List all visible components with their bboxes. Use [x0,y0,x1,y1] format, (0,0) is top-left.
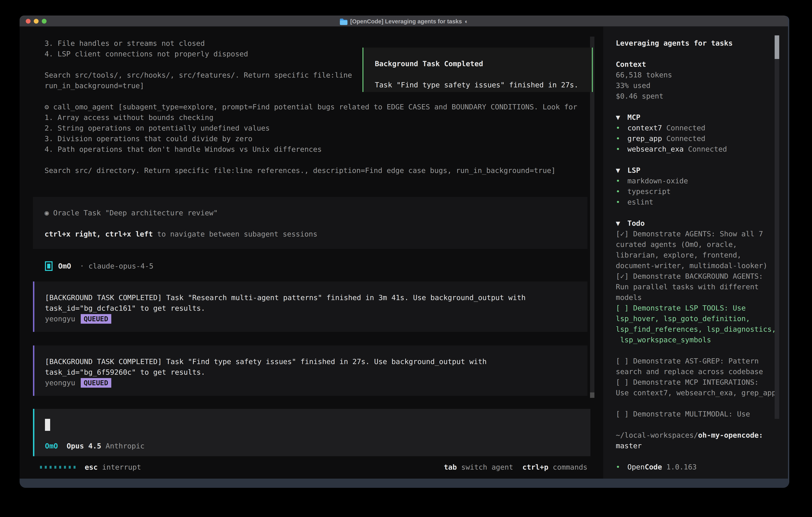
sidebar-row [616,419,788,430]
spinner-dot [74,466,76,469]
tab-key-hint: tab [444,462,457,472]
oracle-panel: ◉ Oracle Task "Deep architecture review"… [33,197,587,249]
mcp-server-name: context7 [628,124,662,132]
oracle-title: ◉ Oracle Task "Deep architecture review" [45,208,587,218]
text-line: Search src/ directory. Return specific f… [45,165,577,176]
notification-toast[interactable]: Background Task Completed Task "Find typ… [362,48,593,92]
bullet-icon: • [616,175,628,186]
sidebar-todo-item: search and replace across codebase [616,366,788,377]
half-circle-icon: ◐ [465,18,468,25]
lsp-server-name: eslint [628,198,654,206]
app-content: 3. File handles or streams not closed4. … [20,27,788,479]
input-model-row: OmO Opus 4.5 Anthropic [45,441,145,451]
sidebar-todo-item: lsp_find_references, lsp_diagnostics, [616,324,788,334]
sidebar-mcp-item: •context7 Connected [616,123,788,133]
sidebar-scrollbar-thumb[interactable] [775,35,779,59]
sidebar-todo-item: curated agents (OmO, oracle, [616,239,788,250]
sidebar-workspace-row: ~/local-workspaces/oh-my-opencode: [616,430,788,440]
spinner-dot [45,466,47,469]
lsp-server-name: markdown-oxide [628,177,688,185]
agent-omo-icon [45,261,53,271]
spinner-dot [59,466,61,469]
task-meta: yeongyuQUEUED [45,314,587,324]
prompt-input[interactable]: OmO Opus 4.5 Anthropic [33,409,590,456]
text-line [45,155,577,165]
window-title-text: [OpenCode] Leveraging agents for tasks [350,18,462,25]
triangle-down-icon: ▼ [616,218,628,228]
text-line: 1. Array access without bounds checking [45,112,577,123]
sidebar-todo-item: [ ] Demonstrate MULTIMODAL: Use [616,409,788,419]
sidebar-context-value: 66,518 tokens [616,70,788,80]
ctrlp-key-label: commands [553,462,587,472]
sidebar-row [616,451,788,462]
spinner-dot [50,466,52,469]
sidebar-todo-item: [✓] Demonstrate AGENTS: Show all 7 [616,228,788,239]
text-line: 4. Path operations that don't handle Win… [45,144,577,155]
sidebar-row [616,345,788,356]
agent-model: claude-opus-4-5 [88,261,153,271]
text-line: 3. Division operations that could divide… [45,133,577,144]
toast-message: Task "Find type safety issues" finished … [375,80,592,90]
triangle-down-icon: ▼ [616,112,628,123]
sidebar-version-row: •OpenCode 1.0.163 [616,462,788,472]
ctrlp-key-hint: ctrl+p [522,462,548,472]
spinner-dot [64,466,66,469]
todo-line: [ ] Demonstrate MCP INTEGRATIONS: [616,378,759,386]
oracle-hint: ctrl+x right, ctrl+x left to navigate be… [45,229,587,239]
esc-key-hint: esc [85,462,98,472]
input-model-name: Opus 4.5 [66,441,101,451]
sidebar-scrollbar[interactable] [775,35,779,419]
todo-line: lsp_hover, lsp_goto_definition, [616,315,750,323]
sidebar-todo-item: [ ] Demonstrate LSP TOOLS: Use [616,303,788,313]
todo-line: Run parallel tasks with different [616,283,759,291]
window-title: [OpenCode] Leveraging agents for tasks ◐ [20,16,788,27]
sidebar-todo-item: models [616,292,788,303]
task-line2: task_id="bg_dcfac161" to get results. [45,303,587,314]
sidebar-row [616,207,788,218]
mcp-server-name: grep_app [628,134,662,142]
sidebar-context-value: 33% used [616,80,788,91]
spinner-dot [69,466,71,469]
sidebar: Leveraging agents for tasks Context66,51… [603,27,788,479]
sidebar-todo-item: lsp_workspace_symbols [616,334,788,345]
mcp-server-status: Connected [688,145,727,153]
sidebar-lsp-item: •eslint [616,197,788,207]
sidebar-lsp-heading: ▼LSP [616,165,788,175]
esc-key-label: interrupt [102,462,141,472]
sidebar-context-heading: Context [616,59,788,70]
sidebar-todo-item: [ ] Demonstrate AST-GREP: Pattern [616,356,788,366]
app-name: Open [628,463,645,471]
sidebar-row [616,48,788,59]
agent-name: OmO [58,261,71,271]
input-provider-name: Anthropic [106,441,144,451]
status-badge: QUEUED [81,378,111,388]
sidebar-todo-item: [ ] Demonstrate MCP INTEGRATIONS: [616,377,788,387]
bullet-icon: • [616,197,628,207]
sidebar-todo-item: Use context7, websearch_exa, grep_app [616,387,788,398]
text-line: run_in_background=true] [45,80,352,91]
task-meta: yeongyuQUEUED [45,377,587,388]
text-line: 4. LSP client connections not properly d… [45,49,352,59]
titlebar[interactable]: [OpenCode] Leveraging agents for tasks ◐ [20,16,788,27]
mcp-server-status: Connected [666,124,705,132]
tool-call-block: ⚙ call_omo_agent [subagent_type=explore,… [45,102,577,176]
todo-line: [✓] Demonstrate BACKGROUND AGENTS: [616,272,763,280]
sidebar-todo-item: librarian, explore, frontend, [616,250,788,260]
mcp-server-status: Connected [666,134,705,142]
sidebar-row [616,101,788,112]
sidebar-mcp-heading: ▼MCP [616,112,788,123]
main-scrollbar-thumb[interactable] [590,392,594,398]
sidebar-context-value: $0.46 spent [616,91,788,101]
input-agent-name: OmO [45,441,58,451]
task-line2: task_id="bg_6f59260c" to get results. [45,367,587,377]
status-right: tab switch agent ctrl+p commands [444,462,587,472]
sidebar-todo-item: lsp_hover, lsp_goto_definition, [616,313,788,324]
mcp-server-name: websearch_exa [628,145,684,153]
todo-line: lsp_workspace_symbols [616,336,711,344]
background-task-message: [BACKGROUND TASK COMPLETED] Task "Find t… [33,346,587,396]
spinner-dot [54,466,56,469]
agent-header: OmO · claude-opus-4-5 [45,261,153,271]
text-cursor [45,419,50,431]
todo-line: [✓] Demonstrate AGENTS: Show all 7 [616,230,763,238]
text-line [45,59,352,70]
